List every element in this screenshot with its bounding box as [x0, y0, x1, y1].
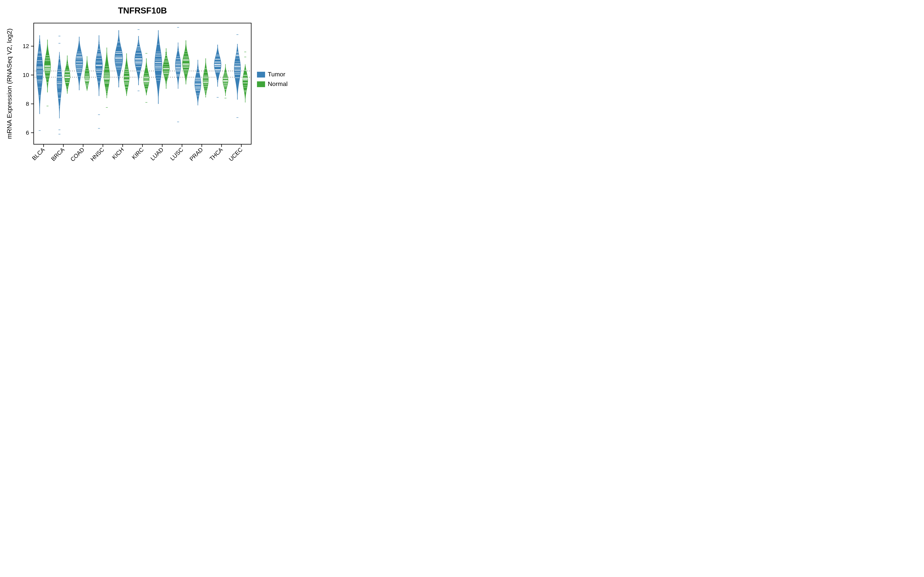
chart-title: TNFRSF10B	[118, 6, 167, 15]
legend-swatch	[257, 72, 265, 77]
legend-swatch	[257, 81, 265, 87]
x-category-label: BLCA	[31, 147, 46, 161]
violin-shape	[203, 58, 208, 98]
violin-shape	[223, 64, 228, 96]
y-tick-label: 8	[26, 101, 29, 107]
x-category-label: LUSC	[169, 147, 184, 162]
y-tick-label: 10	[23, 72, 29, 78]
y-axis-label: mRNA Expression (RNASeq V2, log2)	[6, 29, 13, 139]
legend-item: Normal	[257, 81, 288, 87]
x-category-label: HNSC	[89, 147, 105, 162]
x-category-label: PRAD	[188, 147, 204, 162]
violin-shape	[214, 45, 221, 87]
legend-label: Normal	[268, 81, 288, 87]
x-category-label: KIRC	[131, 147, 145, 161]
violin-shape	[115, 31, 123, 87]
legend-item: Tumor	[257, 71, 286, 78]
violin-shape	[124, 53, 129, 96]
y-tick-label: 6	[26, 129, 29, 136]
violin-shape	[175, 42, 181, 89]
x-category-label: BRCA	[50, 147, 66, 162]
chart-svg: TNFRSF10B681012mRNA Expression (RNASeq V…	[0, 0, 296, 185]
chart-container: TNFRSF10B681012mRNA Expression (RNASeq V…	[0, 0, 296, 185]
violin-shape	[135, 36, 142, 85]
x-category-label: COAD	[69, 147, 86, 163]
violin-shape	[76, 37, 83, 90]
violin-shape	[104, 48, 110, 98]
x-category-label: UCEC	[228, 147, 244, 162]
legend-label: Tumor	[268, 71, 286, 78]
violin-shape	[195, 60, 201, 105]
y-tick-label: 12	[23, 43, 29, 49]
x-category-label: LUAD	[149, 147, 165, 162]
legend: TumorNormal	[257, 71, 288, 87]
x-category-label: KICH	[111, 147, 125, 161]
violin-shape	[44, 40, 51, 92]
x-category-label: THCA	[208, 147, 224, 162]
violin-shape	[183, 40, 189, 84]
